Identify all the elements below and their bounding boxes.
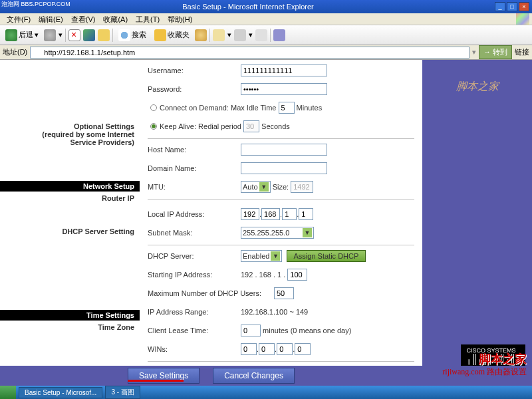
menu-favorites[interactable]: 收藏(A)	[99, 13, 132, 25]
red-underline	[128, 380, 184, 382]
keep-alive-radio[interactable]	[150, 123, 157, 130]
domainname-label: Domain Name:	[148, 164, 241, 172]
subnet-select[interactable]: 255.255.255.0▼	[241, 227, 314, 239]
menubar: 文件(F) 编辑(E) 查看(V) 收藏(A) 工具(T) 帮助(H)	[0, 13, 532, 25]
page-content: Optional Settings (required by some Inte…	[0, 60, 532, 386]
minimize-button[interactable]: _	[495, 2, 505, 11]
menu-help[interactable]: 帮助(H)	[164, 13, 196, 25]
ip-range-label: IP Address Range:	[148, 308, 241, 316]
bottom-watermark: 脚本之家	[479, 351, 527, 367]
maximize-button[interactable]: □	[507, 2, 517, 11]
cod-input[interactable]	[279, 102, 295, 114]
dhcp-server-label: DHCP Server:	[148, 252, 241, 260]
menu-tools[interactable]: 工具(T)	[132, 13, 164, 25]
time-settings-header: Time Settings	[0, 310, 140, 321]
max-dhcp-users-label: Maximum Number of DHCP Users:	[148, 289, 274, 297]
wins-label: WINs:	[148, 345, 241, 353]
ip-octet-1[interactable]	[241, 208, 259, 220]
bbs-watermark: 泡泡网 BBS.PCPOP.COM	[1, 0, 70, 9]
titlebar: Basic Setup - Microsoft Internet Explore…	[0, 0, 532, 13]
ip-octet-2[interactable]	[261, 208, 280, 220]
address-input[interactable]	[30, 47, 469, 59]
windows-logo-icon	[516, 13, 529, 25]
domainname-input[interactable]	[241, 162, 327, 174]
bottom-watermark-sub: rijiwang.com 路由器设置	[442, 366, 527, 378]
starting-ip-label: Starting IP Address:	[148, 271, 241, 279]
subnet-label: Subnet Mask:	[148, 229, 241, 237]
ip-octet-4[interactable]	[299, 208, 313, 220]
hostname-input[interactable]	[241, 144, 327, 156]
wins-1[interactable]	[241, 343, 257, 355]
cancel-changes-button[interactable]: Cancel Changes	[213, 368, 295, 384]
window-title: Basic Setup - Microsoft Internet Explore…	[3, 3, 493, 11]
refresh-button[interactable]	[83, 29, 95, 41]
right-watermark: 脚本之家	[422, 60, 532, 94]
menu-file[interactable]: 文件(F)	[3, 13, 35, 25]
wins-4[interactable]	[295, 343, 311, 355]
mail-button[interactable]	[213, 29, 225, 41]
right-column: 脚本之家 CISCO SYSTEMS╷║╷║╷ ╷║╷║╷	[422, 60, 532, 386]
close-button[interactable]: ×	[519, 2, 529, 11]
taskbar: Basic Setup - Microsof... 3 - 画图	[0, 386, 532, 399]
assign-static-dhcp-button[interactable]: Assign Static DHCP	[287, 250, 366, 262]
go-button[interactable]: → 转到	[479, 45, 512, 59]
taskbar-item-paint[interactable]: 3 - 画图	[105, 386, 140, 399]
forward-button[interactable]	[44, 29, 56, 41]
max-dhcp-users-input[interactable]	[274, 287, 294, 299]
addressbar: 地址(D) ▾ → 转到 链接	[0, 45, 532, 60]
ip-octet-3[interactable]	[282, 208, 297, 220]
home-button[interactable]	[98, 29, 110, 41]
start-button[interactable]	[0, 386, 16, 399]
back-button[interactable]: 后退 ▾	[3, 28, 41, 43]
back-icon	[5, 29, 17, 41]
dhcp-enabled-select[interactable]: Enabled▼	[241, 250, 282, 262]
taskbar-item-ie[interactable]: Basic Setup - Microsof...	[19, 387, 102, 398]
local-ip-label: Local IP Address:	[148, 210, 241, 218]
mtu-size-input	[291, 181, 313, 193]
cod-label: Connect on Demand: Max Idle Time	[160, 104, 276, 112]
messenger-button[interactable]	[273, 29, 285, 41]
links-label[interactable]: 链接	[515, 47, 529, 57]
mtu-label: MTU:	[148, 183, 241, 191]
search-icon	[118, 29, 130, 41]
network-setup-header: Network Setup	[0, 181, 140, 192]
wins-2[interactable]	[259, 343, 275, 355]
mtu-select[interactable]: Auto▼	[241, 181, 271, 193]
stop-button[interactable]: ×	[68, 29, 80, 41]
history-button[interactable]	[195, 29, 207, 41]
lease-time-input[interactable]	[241, 325, 261, 336]
favorites-button[interactable]: 收藏夹	[152, 28, 192, 43]
connect-on-demand-radio[interactable]	[150, 104, 157, 111]
main-form: Username: Password: Connect on Demand: M…	[140, 60, 422, 386]
edit-button[interactable]	[255, 29, 267, 41]
print-button[interactable]	[234, 29, 246, 41]
ka-input	[243, 120, 259, 132]
lease-time-label: Client Lease Time:	[148, 327, 241, 334]
ka-label: Keep Alive: Redial period	[160, 122, 241, 130]
password-input[interactable]	[241, 83, 327, 95]
time-zone-label: Time Zone	[0, 321, 140, 334]
star-icon	[154, 29, 166, 41]
hostname-label: Host Name:	[148, 146, 241, 154]
router-ip-label: Router IP	[0, 192, 140, 205]
optional-settings-label: Optional Settings (required by some Inte…	[0, 120, 140, 149]
password-label: Password:	[148, 85, 241, 93]
dhcp-setting-label: DHCP Server Setting	[0, 225, 140, 238]
menu-edit[interactable]: 编辑(E)	[35, 13, 67, 25]
menu-view[interactable]: 查看(V)	[67, 13, 100, 25]
left-column: Optional Settings (required by some Inte…	[0, 60, 140, 386]
ip-range-value: 192.168.1.100 ~ 149	[241, 308, 308, 316]
username-label: Username:	[148, 66, 241, 74]
username-input[interactable]	[241, 65, 327, 76]
address-label: 地址(D)	[3, 47, 27, 57]
footer-bar: Save Settings Cancel Changes	[0, 366, 422, 386]
toolbar: 后退 ▾ ▾ × 搜索 收藏夹 ▾ ▾	[0, 25, 532, 45]
starting-ip-input[interactable]	[287, 269, 307, 281]
search-button[interactable]: 搜索	[116, 28, 149, 43]
wins-3[interactable]	[277, 343, 293, 355]
